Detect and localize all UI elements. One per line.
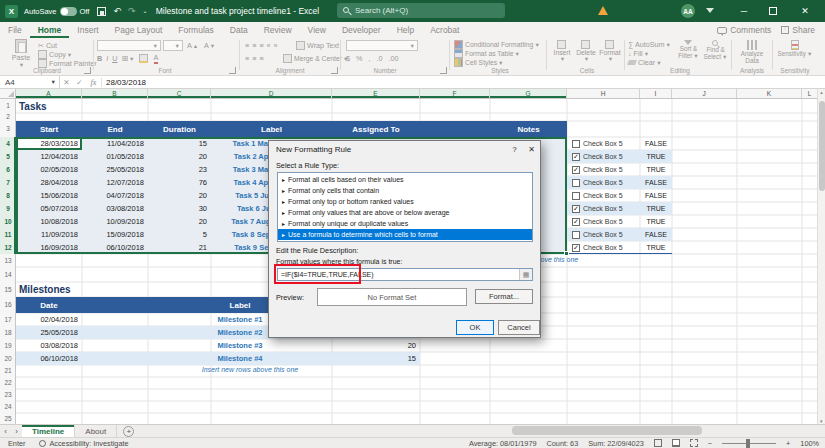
cell[interactable]: Milestone #3 [148, 339, 332, 352]
format-as-table-button[interactable]: Format as Table▼ [454, 49, 520, 58]
cell[interactable]: 20 [148, 189, 211, 202]
cell[interactable]: 25/05/2018 [16, 326, 82, 339]
align-left-button[interactable]: ≡ [245, 54, 249, 63]
enter-entry-icon[interactable]: ✓ [73, 78, 86, 87]
fill-handle[interactable] [564, 251, 569, 256]
autosave-switch-icon[interactable] [60, 7, 77, 16]
increase-decimal-button[interactable]: .0 [376, 54, 382, 63]
vertical-scrollbar[interactable]: ▴▾ [817, 89, 825, 424]
delete-cells-button[interactable]: Delete▼ [575, 40, 597, 62]
format-cells-button[interactable]: Format▼ [599, 40, 621, 62]
cell[interactable]: 15/06/2018 [16, 189, 82, 202]
comma-button[interactable]: , [368, 54, 370, 63]
clear-button[interactable]: Clear▼ [628, 58, 662, 67]
restore-button[interactable] [760, 0, 786, 22]
cell[interactable]: 06/10/2018 [82, 241, 148, 254]
sensitivity-button[interactable]: Sensitivity▼ [776, 40, 814, 57]
insert-cells-button[interactable]: Insert▼ [551, 40, 573, 62]
sort-filter-button[interactable]: Sort &Filter▼ [676, 40, 701, 59]
orientation-button[interactable]: « [267, 41, 271, 50]
tab-help[interactable]: Help [389, 22, 422, 38]
borders-button[interactable]: ⊞▼ [121, 54, 134, 63]
indent-button[interactable]: » [274, 41, 278, 50]
cell[interactable]: 02/04/2018 [16, 313, 82, 326]
tab-page-layout[interactable]: Page Layout [107, 22, 171, 38]
cell[interactable]: 05/07/2018 [16, 202, 82, 215]
conditional-formatting-button[interactable]: Conditional Formatting▼ [454, 40, 540, 49]
cell[interactable]: 11/09/2018 [16, 228, 82, 241]
normal-view-icon[interactable] [654, 439, 662, 447]
paste-button[interactable]: Paste▼ [8, 39, 34, 68]
close-button[interactable]: ✕ [792, 0, 818, 22]
autosum-button[interactable]: ∑AutoSum▼ [628, 40, 671, 49]
analyze-data-button[interactable]: AnalyzeData [735, 40, 769, 64]
checkbox[interactable]: ✓ [572, 244, 580, 252]
warning-icon[interactable] [598, 6, 608, 15]
rule-type-option-selected[interactable]: ▸Use a formula to determine which cells … [278, 229, 532, 240]
currency-button[interactable]: $ [346, 54, 350, 63]
cell[interactable]: 23 [148, 163, 211, 176]
ok-button[interactable]: OK [456, 320, 494, 335]
tab-file[interactable]: File [0, 22, 30, 38]
alignment-dialog-launcher-icon[interactable] [331, 67, 338, 74]
cell[interactable]: TRUE [640, 215, 672, 228]
zoom-level[interactable]: 100% [800, 439, 819, 448]
comments-button[interactable]: Comments [717, 25, 771, 35]
cell[interactable]: ✓Check Box 5 [567, 163, 640, 176]
dialog-title-bar[interactable]: New Formatting Rule ? ✕ [269, 141, 540, 157]
cell-styles-button[interactable]: Cell Styles▼ [454, 58, 504, 67]
shrink-font-button[interactable]: A▼ [204, 41, 215, 50]
tab-home[interactable]: Home [30, 22, 70, 38]
cell[interactable]: 20 [332, 339, 420, 352]
cell[interactable]: 30 [148, 202, 211, 215]
format-button[interactable]: Format... [475, 289, 533, 304]
cell[interactable]: 12/07/2018 [82, 176, 148, 189]
cell[interactable]: ✓Check Box 5 [567, 202, 640, 215]
autosave-toggle[interactable]: AutoSave Off [24, 7, 89, 16]
cell-a4[interactable]: 28/03/2018 [16, 137, 82, 150]
avatar[interactable]: AA [681, 4, 695, 18]
italic-button[interactable]: I [106, 54, 108, 63]
checkbox[interactable] [572, 179, 580, 187]
share-button[interactable]: Share [781, 25, 815, 35]
checkbox[interactable]: ✓ [572, 218, 580, 226]
bold-button[interactable]: B [97, 54, 102, 63]
number-dialog-launcher-icon[interactable] [440, 67, 447, 74]
decrease-decimal-button[interactable]: .00 [388, 54, 398, 63]
wrap-text-button[interactable]: Wrap Text [296, 41, 339, 50]
align-center-button[interactable]: ≡ [252, 54, 256, 63]
font-size-select[interactable]: ▼ [163, 40, 183, 51]
cell[interactable] [82, 339, 148, 352]
insert-function-icon[interactable]: fx [86, 78, 102, 87]
underline-button[interactable]: U [112, 54, 117, 63]
zoom-in-button[interactable]: + [786, 439, 790, 448]
cell[interactable]: 20 [148, 215, 211, 228]
checkbox[interactable]: ✓ [572, 166, 580, 174]
clipboard-dialog-launcher-icon[interactable] [84, 67, 91, 74]
cut-button[interactable]: ✂Cut [38, 41, 57, 50]
accessibility-status[interactable]: Accessibility: Investigate [49, 439, 128, 448]
tab-scroll-right-icon[interactable]: › [11, 425, 22, 437]
rule-type-option[interactable]: ▸Format only unique or duplicate values [278, 218, 532, 229]
search-box[interactable]: Search (Alt+Q) [337, 3, 505, 18]
tab-insert[interactable]: Insert [69, 22, 106, 38]
rule-type-option[interactable]: ▸Format only values that are above or be… [278, 207, 532, 218]
cell[interactable]: ✓Check Box 5 [567, 241, 640, 254]
checkbox[interactable]: ✓ [572, 153, 580, 161]
cell[interactable] [82, 352, 148, 365]
font-name-select[interactable]: ▼ [97, 40, 161, 51]
help-button[interactable]: ? [506, 142, 523, 157]
fill-button[interactable]: ↓Fill▼ [628, 49, 649, 58]
checkbox[interactable] [572, 192, 580, 200]
checkbox[interactable] [572, 140, 580, 148]
copy-button[interactable]: Copy▼ [38, 50, 72, 59]
tab-developer[interactable]: Developer [334, 22, 389, 38]
cell[interactable]: Milestone #4 [148, 352, 332, 365]
zoom-out-button[interactable]: − [708, 439, 712, 448]
cell[interactable]: 21 [148, 241, 211, 254]
cell[interactable]: 28/04/2018 [16, 176, 82, 189]
rule-type-option[interactable]: ▸Format all cells based on their values [278, 174, 532, 185]
cell[interactable]: TRUE [640, 163, 672, 176]
name-box-caret-icon[interactable]: ▼ [51, 79, 56, 85]
zoom-slider-thumb[interactable] [746, 439, 750, 448]
